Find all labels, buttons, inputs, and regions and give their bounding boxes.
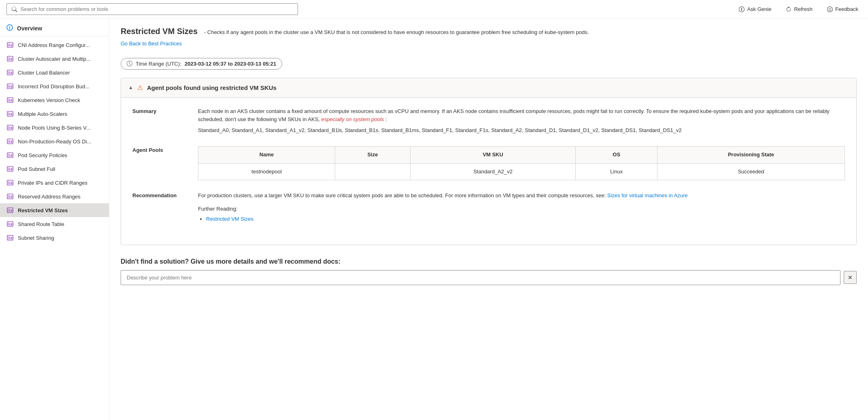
col-vm-sku: VM SKU bbox=[410, 146, 576, 163]
sidebar-icon-subnet-sharing bbox=[6, 234, 14, 241]
refresh-label: Refresh bbox=[794, 6, 813, 12]
sidebar-item-cni[interactable]: CNI Address Range Configur... bbox=[0, 38, 109, 52]
svg-rect-49 bbox=[9, 196, 10, 198]
search-input[interactable] bbox=[21, 6, 293, 12]
sidebar-item-restricted-vm[interactable]: Restricted VM Sizes bbox=[0, 203, 109, 217]
sidebar-icon-pod-security bbox=[6, 151, 14, 159]
sidebar-overview[interactable]: i Overview bbox=[0, 20, 109, 36]
feedback-icon bbox=[827, 6, 833, 12]
sidebar-item-pod-disruption[interactable]: Incorrect Pod Disruption Bud... bbox=[0, 79, 109, 93]
summary-text-2: : bbox=[385, 116, 387, 122]
pools-table: Name Size VM SKU OS Provisioning State t… bbox=[198, 146, 845, 181]
table-row: testnodepoolStandard_A2_v2LinuxSucceeded bbox=[198, 163, 845, 180]
feedback-button[interactable]: Feedback bbox=[824, 4, 862, 14]
svg-rect-24 bbox=[11, 113, 12, 115]
sidebar-icon-load-balancer bbox=[6, 69, 14, 76]
topbar: Ask Genie Refresh Feedback bbox=[0, 0, 868, 19]
summary-text-1: Each node in an AKS cluster contains a f… bbox=[198, 108, 830, 123]
summary-highlight: especially on system pools bbox=[321, 116, 384, 122]
sidebar-item-node-pools[interactable]: Node Pools Using B-Series V... bbox=[0, 121, 109, 134]
svg-rect-28 bbox=[11, 127, 12, 129]
table-cell-os: Linux bbox=[576, 163, 657, 180]
bottom-section: Didn't find a solution? Give us more det… bbox=[121, 258, 857, 295]
sidebar-icon-restricted-vm bbox=[6, 207, 14, 214]
page-header: Restricted VM Sizes - Checks if any agen… bbox=[121, 27, 857, 51]
svg-rect-8 bbox=[11, 58, 12, 60]
search-box[interactable] bbox=[6, 3, 298, 15]
sidebar-icon-autoscaler bbox=[6, 55, 14, 62]
summary-label: Summary bbox=[132, 107, 185, 135]
sidebar-item-label: Non-Production-Ready OS Di... bbox=[18, 139, 91, 145]
vm-sizes-link[interactable]: Sizes for virtual machines in Azure bbox=[607, 192, 688, 198]
sidebar-item-label: Restricted VM Sizes bbox=[18, 207, 68, 213]
problem-input[interactable] bbox=[121, 270, 840, 285]
svg-rect-25 bbox=[9, 113, 10, 115]
restricted-vm-sizes-link[interactable]: Restricted VM Sizes bbox=[206, 216, 253, 222]
col-size: Size bbox=[335, 146, 411, 163]
sidebar-item-label: Subnet Sharing bbox=[18, 235, 54, 241]
recommendation-label: Recommendation bbox=[132, 192, 185, 223]
recommendation-text: For production clusters, use a larger VM… bbox=[198, 192, 606, 198]
warning-card-header[interactable]: ▲ ⚠ Agent pools found using restricted V… bbox=[121, 78, 856, 98]
ask-genie-label: Ask Genie bbox=[747, 6, 771, 12]
svg-rect-57 bbox=[9, 224, 10, 226]
sidebar-item-non-prod-os[interactable]: Non-Production-Ready OS Di... bbox=[0, 134, 109, 148]
svg-rect-48 bbox=[11, 196, 12, 198]
sidebar-item-k8s-version[interactable]: Kubernetes Version Check bbox=[0, 93, 109, 107]
table-cell-size bbox=[335, 163, 411, 180]
time-range-label: Time Range (UTC): bbox=[136, 61, 181, 67]
svg-rect-45 bbox=[9, 182, 10, 184]
collapse-icon[interactable]: ▲ bbox=[128, 85, 133, 90]
svg-rect-61 bbox=[9, 237, 10, 239]
page-title: Restricted VM Sizes bbox=[121, 27, 198, 36]
warning-card: ▲ ⚠ Agent pools found using restricted V… bbox=[121, 78, 857, 245]
further-reading-label: Further Reading: bbox=[198, 205, 845, 213]
table-cell-name: testnodepool bbox=[198, 163, 335, 180]
sidebar-item-label: Pod Security Policies bbox=[18, 152, 67, 158]
ask-genie-button[interactable]: Ask Genie bbox=[736, 4, 774, 14]
svg-rect-53 bbox=[9, 210, 10, 212]
refresh-icon bbox=[786, 6, 791, 12]
sidebar-item-shared-route[interactable]: Shared Route Table bbox=[0, 217, 109, 231]
sidebar-icon-pod-subnet bbox=[6, 165, 14, 173]
sidebar-item-subnet-sharing[interactable]: Subnet Sharing bbox=[0, 231, 109, 245]
svg-rect-4 bbox=[11, 44, 12, 47]
table-header-row: Name Size VM SKU OS Provisioning State bbox=[198, 146, 845, 163]
sidebar-item-label: Cluster Autoscaler and Multip... bbox=[18, 56, 91, 62]
sidebar-item-private-ips[interactable]: Private IPs and CIDR Ranges bbox=[0, 176, 109, 190]
sidebar-item-label: Shared Route Table bbox=[18, 221, 64, 227]
col-os: OS bbox=[576, 146, 657, 163]
svg-rect-32 bbox=[11, 141, 12, 143]
bottom-title: Didn't find a solution? Give us more det… bbox=[121, 258, 857, 265]
sku-list: Standard_A0, Standard_A1, Standard_A1_v2… bbox=[198, 126, 845, 135]
sidebar-item-autoscaler[interactable]: Cluster Autoscaler and Multip... bbox=[0, 52, 109, 66]
svg-rect-13 bbox=[9, 72, 10, 74]
svg-rect-40 bbox=[11, 168, 12, 171]
sidebar-item-load-balancer[interactable]: Cluster Load Balancer bbox=[0, 66, 109, 79]
back-to-best-practices-link[interactable]: Go Back to Best Practices bbox=[121, 41, 182, 47]
agent-pools-table-container: Name Size VM SKU OS Provisioning State t… bbox=[198, 146, 845, 181]
further-reading: Further Reading: Restricted VM Sizes bbox=[198, 205, 845, 224]
refresh-button[interactable]: Refresh bbox=[783, 4, 816, 14]
svg-rect-9 bbox=[9, 58, 10, 60]
main-layout: i Overview CNI Address Range Configur...… bbox=[0, 19, 868, 420]
sidebar-item-label: Node Pools Using B-Series V... bbox=[18, 125, 90, 131]
recommendation-section: Recommendation For production clusters, … bbox=[132, 192, 845, 223]
clear-input-button[interactable]: ✕ bbox=[844, 271, 857, 284]
time-range-value: 2023-03-12 05:37 to 2023-03-13 05:21 bbox=[185, 61, 276, 67]
table-cell-vm_sku: Standard_A2_v2 bbox=[410, 163, 576, 180]
sidebar-icon-shared-route bbox=[6, 220, 14, 228]
sidebar-item-pod-subnet[interactable]: Pod Subnet Full bbox=[0, 162, 109, 176]
svg-rect-56 bbox=[11, 223, 12, 226]
content-area: Restricted VM Sizes - Checks if any agen… bbox=[109, 19, 868, 420]
sidebar-item-label: Pod Subnet Full bbox=[18, 166, 55, 172]
sidebar-item-multi-autoscalers[interactable]: Multiple Auto-Scalers bbox=[0, 107, 109, 121]
overview-icon: i bbox=[6, 24, 13, 32]
sidebar-item-pod-security[interactable]: Pod Security Policies bbox=[0, 148, 109, 162]
sidebar-item-reserved-addr[interactable]: Reserved Address Ranges bbox=[0, 190, 109, 203]
svg-rect-37 bbox=[9, 155, 10, 157]
warning-title: Agent pools found using restricted VM SK… bbox=[147, 84, 277, 91]
sidebar-item-label: Private IPs and CIDR Ranges bbox=[18, 180, 87, 186]
warning-icon: ⚠ bbox=[137, 84, 143, 92]
time-range-badge[interactable]: Time Range (UTC): 2023-03-12 05:37 to 20… bbox=[121, 58, 282, 70]
